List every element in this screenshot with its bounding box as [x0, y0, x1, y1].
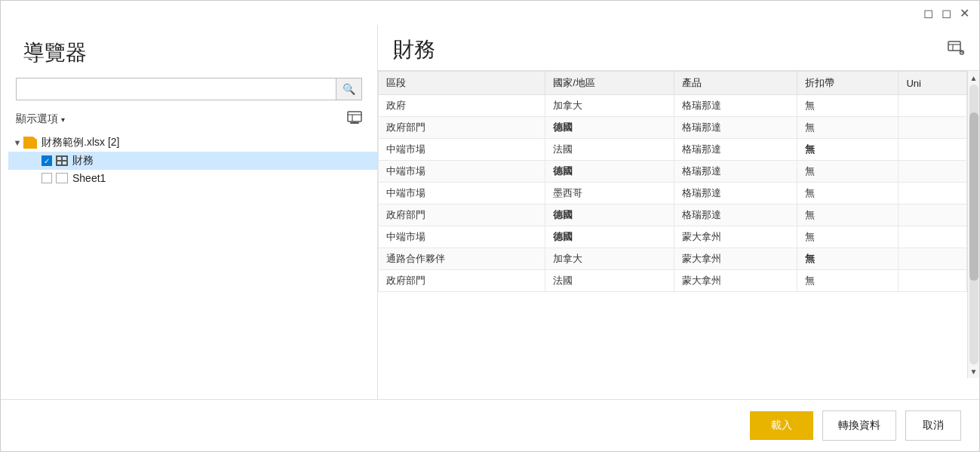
- cell-5-2: 格瑞那達: [674, 204, 797, 226]
- cell-6-0: 中端市場: [379, 226, 545, 248]
- col-header-4: Uni: [899, 72, 967, 95]
- sheet-label-sheet1: Sheet1: [72, 172, 106, 184]
- cell-8-2: 蒙大拿州: [674, 270, 797, 292]
- cell-6-1: 德國: [545, 226, 674, 248]
- tree-file-item[interactable]: ▼ 財務範例.xlsx [2]: [8, 134, 377, 152]
- tree-sheet-item-finance[interactable]: ✓ 財務: [8, 152, 377, 170]
- right-panel: 財務 區段: [378, 25, 979, 399]
- cell-7-2: 蒙大拿州: [674, 248, 797, 270]
- cell-2-3: 無: [797, 139, 899, 161]
- file-name-label: 財務範例.xlsx [2]: [41, 136, 119, 149]
- table-icon-finance: [56, 155, 68, 166]
- table-row: 政府部門德國格瑞那達無: [379, 204, 967, 226]
- close-button[interactable]: ✕: [957, 5, 972, 20]
- cell-6-3: 無: [797, 226, 899, 248]
- table-container: 區段 國家/地區 產品 折扣帶 Uni 政府加拿大格瑞那達無政府部門德國格瑞那達…: [378, 70, 979, 399]
- maximize-button[interactable]: ◻: [939, 5, 954, 20]
- table-scroll-wrapper: 區段 國家/地區 產品 折扣帶 Uni 政府加拿大格瑞那達無政府部門德國格瑞那達…: [378, 71, 967, 399]
- cell-3-3: 無: [797, 161, 899, 183]
- file-folder-icon: [23, 137, 37, 149]
- search-button[interactable]: 🔍: [336, 78, 361, 100]
- checkbox-finance[interactable]: ✓: [41, 155, 52, 166]
- cell-5-1: 德國: [545, 204, 674, 226]
- tree-sheet-item-sheet1[interactable]: Sheet1: [8, 170, 377, 186]
- cell-2-1: 法國: [545, 139, 674, 161]
- scroll-down-button[interactable]: ▼: [968, 364, 980, 378]
- table-row: 中端市場墨西哥格瑞那達無: [379, 183, 967, 204]
- cell-4-2: 格瑞那達: [674, 183, 797, 204]
- cancel-button[interactable]: 取消: [905, 410, 961, 441]
- cell-3-1: 德國: [545, 161, 674, 183]
- main-content: 導覽器 🔍 顯示選項 ▾: [1, 25, 979, 399]
- cell-3-2: 格瑞那達: [674, 161, 797, 183]
- cell-1-0: 政府部門: [379, 117, 545, 139]
- scroll-up-button[interactable]: ▲: [968, 71, 980, 85]
- cell-8-4: [899, 270, 967, 292]
- left-panel: 導覽器 🔍 顯示選項 ▾: [1, 25, 378, 399]
- cell-2-0: 中端市場: [379, 139, 545, 161]
- cell-0-4: [899, 95, 967, 117]
- cell-4-3: 無: [797, 183, 899, 204]
- cell-4-0: 中端市場: [379, 183, 545, 204]
- table-row: 中端市場德國蒙大拿州無: [379, 226, 967, 248]
- svg-rect-0: [348, 112, 361, 121]
- dropdown-arrow-icon: ▾: [61, 115, 65, 124]
- cell-3-4: [899, 161, 967, 183]
- web-view-icon-button[interactable]: [347, 111, 362, 128]
- spacer: [29, 156, 41, 165]
- cell-7-4: [899, 248, 967, 270]
- checkbox-sheet1[interactable]: [41, 173, 52, 183]
- table-row: 中端市場德國格瑞那達無: [379, 161, 967, 183]
- cell-0-0: 政府: [379, 95, 545, 117]
- display-options-row: 顯示選項 ▾: [1, 108, 377, 134]
- preview-table-icon: [948, 41, 964, 56]
- table-row: 政府部門法國蒙大拿州無: [379, 270, 967, 292]
- preview-title: 財務: [393, 35, 435, 64]
- sheet-icon-sheet1: [56, 173, 68, 183]
- load-button[interactable]: 載入: [750, 411, 813, 440]
- search-input[interactable]: [17, 79, 336, 99]
- table-header-row: 區段 國家/地區 產品 折扣帶 Uni: [379, 72, 967, 95]
- cell-1-2: 格瑞那達: [674, 117, 797, 139]
- cell-5-3: 無: [797, 204, 899, 226]
- cell-3-0: 中端市場: [379, 161, 545, 183]
- display-options-label[interactable]: 顯示選項 ▾: [16, 112, 65, 126]
- data-table: 區段 國家/地區 產品 折扣帶 Uni 政府加拿大格瑞那達無政府部門德國格瑞那達…: [378, 71, 967, 292]
- web-view-icon: [347, 111, 362, 125]
- col-header-1: 國家/地區: [545, 72, 674, 95]
- preview-web-icon-button[interactable]: [948, 41, 964, 60]
- cell-1-4: [899, 117, 967, 139]
- panel-title: 導覽器: [1, 25, 377, 78]
- cell-1-3: 無: [797, 117, 899, 139]
- cell-5-4: [899, 204, 967, 226]
- navigator-window: ◻ ◻ ✕ 導覽器 🔍 顯示選項 ▾: [0, 0, 980, 452]
- sheet-label-finance: 財務: [72, 154, 94, 168]
- table-row: 中端市場法國格瑞那達無: [379, 139, 967, 161]
- scroll-track-vertical: [969, 85, 978, 364]
- cell-0-3: 無: [797, 95, 899, 117]
- cell-0-2: 格瑞那達: [674, 95, 797, 117]
- cell-1-1: 德國: [545, 117, 674, 139]
- search-bar-container: 🔍: [16, 78, 362, 100]
- bottom-bar: 載入 轉換資料 取消: [1, 399, 979, 451]
- cell-8-3: 無: [797, 270, 899, 292]
- svg-rect-5: [948, 42, 960, 51]
- col-header-2: 產品: [674, 72, 797, 95]
- vertical-scrollbar[interactable]: ▲ ▼: [967, 71, 979, 378]
- minimize-button[interactable]: ◻: [920, 5, 935, 20]
- cell-2-4: [899, 139, 967, 161]
- scroll-thumb-vertical: [969, 112, 978, 281]
- cell-4-1: 墨西哥: [545, 183, 674, 204]
- spacer2: [29, 174, 41, 183]
- cell-4-4: [899, 183, 967, 204]
- transform-button[interactable]: 轉換資料: [822, 410, 896, 441]
- preview-header: 財務: [378, 25, 979, 70]
- table-row: 通路合作夥伴加拿大蒙大拿州無: [379, 248, 967, 270]
- cell-2-2: 格瑞那達: [674, 139, 797, 161]
- cell-8-1: 法國: [545, 270, 674, 292]
- cell-5-0: 政府部門: [379, 204, 545, 226]
- cell-7-1: 加拿大: [545, 248, 674, 270]
- cell-0-1: 加拿大: [545, 95, 674, 117]
- cell-7-0: 通路合作夥伴: [379, 248, 545, 270]
- cell-7-3: 無: [797, 248, 899, 270]
